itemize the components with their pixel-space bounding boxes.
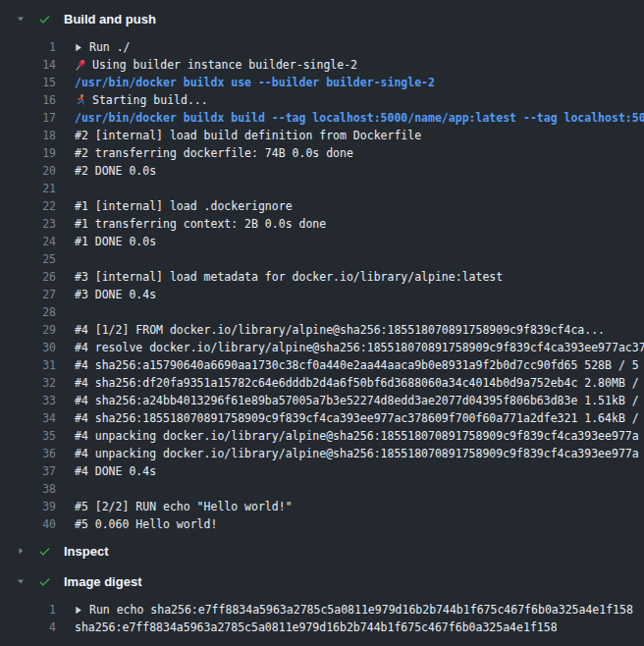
chevron-down-icon[interactable] (14, 14, 27, 24)
log-line: 30#4 resolve docker.io/library/alpine@sh… (0, 339, 644, 356)
line-text: /usr/bin/docker buildx build --tag local… (75, 111, 644, 125)
log-line: 27#3 DONE 0.4s (0, 286, 644, 303)
line-text: #2 [internal] load build definition from… (75, 129, 421, 142)
line-number[interactable]: 28 (0, 305, 56, 319)
line-text: #1 [internal] load .dockerignore (75, 199, 293, 213)
line-text: Using builder instance builder-single-2 (92, 58, 357, 72)
section-header-image-digest[interactable]: Image digest (0, 567, 644, 595)
line-text: #4 unpacking docker.io/library/alpine@sh… (75, 447, 639, 460)
section-log-lines: 1Run ./14Using builder instance builder-… (0, 32, 644, 534)
line-number[interactable]: 34 (0, 411, 56, 425)
log-line: 33#4 sha256:a24bb4013296f61e89ba57005a7b… (0, 392, 644, 409)
log-line: 4sha256:e7ff8834a5963a2785c5a0811e979d16… (0, 619, 644, 636)
line-number[interactable]: 15 (0, 76, 56, 89)
section-header-build-and-push[interactable]: Build and push (0, 5, 644, 32)
line-text: #4 resolve docker.io/library/alpine@sha2… (75, 341, 644, 354)
section-title: Image digest (64, 574, 141, 589)
line-text: #1 transferring context: 2B 0.0s done (75, 217, 326, 231)
line-number[interactable]: 18 (0, 129, 56, 142)
line-number[interactable]: 25 (0, 252, 56, 266)
line-number[interactable]: 16 (0, 93, 56, 107)
log-section-build-and-push: Build and push1Run ./14Using builder ins… (0, 5, 644, 534)
line-text: #5 0.060 Hello world! (75, 517, 217, 531)
section-title: Build and push (64, 12, 156, 27)
line-number[interactable]: 30 (0, 341, 56, 354)
line-text: #4 sha256:a15790640a6690aa1730c38cf0a440… (75, 358, 639, 372)
chevron-down-icon[interactable] (14, 576, 27, 586)
expand-triangle-icon[interactable] (75, 43, 82, 52)
line-text: #4 sha256:185518070891758909c9f839cf4ca3… (75, 411, 639, 425)
success-check-icon (38, 545, 51, 558)
log-section-image-digest: Image digest1Run echo sha256:e7ff8834a59… (0, 567, 644, 637)
log-line: 26#3 [internal] load metadata for docker… (0, 268, 644, 286)
line-number[interactable]: 14 (0, 58, 56, 72)
line-number[interactable]: 38 (0, 482, 56, 496)
line-number[interactable]: 40 (0, 517, 56, 531)
line-text: #4 sha256:df20fa9351a15782c64e6dddb2d4a6… (75, 376, 639, 390)
log-line: 22#1 [internal] load .dockerignore (0, 197, 644, 215)
line-text: Starting build... (92, 93, 208, 107)
line-number[interactable]: 1 (0, 40, 56, 54)
line-number[interactable]: 23 (0, 217, 56, 231)
runner-icon (75, 94, 86, 106)
line-number[interactable]: 4 (0, 620, 56, 634)
line-text: #2 transferring dockerfile: 74B 0.0s don… (75, 146, 353, 160)
line-number[interactable]: 22 (0, 199, 56, 213)
log-line: 38 (0, 480, 644, 498)
line-text: #2 DONE 0.0s (75, 164, 156, 178)
line-number[interactable]: 19 (0, 146, 56, 160)
success-check-icon (38, 13, 51, 26)
chevron-right-icon[interactable] (14, 546, 27, 556)
line-text: sha256:e7ff8834a5963a2785c5a0811e979d16b… (75, 620, 558, 634)
log-line: 25 (0, 250, 644, 268)
log-line: 17/usr/bin/docker buildx build --tag loc… (0, 109, 644, 127)
log-line: 29#4 [1/2] FROM docker.io/library/alpine… (0, 321, 644, 339)
log-line: 21 (0, 180, 644, 197)
log-line: 31#4 sha256:a15790640a6690aa1730c38cf0a4… (0, 356, 644, 374)
section-log-lines: 1Run echo sha256:e7ff8834a5963a2785c5a08… (0, 595, 644, 637)
line-number[interactable]: 17 (0, 111, 56, 125)
line-text: Run ./ (89, 40, 131, 54)
log-line: 36#4 unpacking docker.io/library/alpine@… (0, 445, 644, 462)
line-number[interactable]: 21 (0, 182, 56, 195)
log-line: 35#4 unpacking docker.io/library/alpine@… (0, 427, 644, 445)
line-text: #4 DONE 0.4s (75, 464, 156, 478)
log-line: 16Starting build... (0, 91, 644, 109)
line-number[interactable]: 29 (0, 323, 56, 337)
log-line: 37#4 DONE 0.4s (0, 462, 644, 480)
line-text: #4 sha256:a24bb4013296f61e89ba57005a7b3e… (75, 394, 639, 407)
line-text: #4 unpacking docker.io/library/alpine@sh… (75, 429, 639, 443)
pushpin-icon (75, 59, 86, 71)
line-number[interactable]: 1 (0, 603, 56, 617)
line-number[interactable]: 39 (0, 500, 56, 513)
log-line: 18#2 [internal] load build definition fr… (0, 127, 644, 144)
log-line: 19#2 transferring dockerfile: 74B 0.0s d… (0, 144, 644, 162)
log-line: 34#4 sha256:185518070891758909c9f839cf4c… (0, 409, 644, 427)
line-number[interactable]: 26 (0, 270, 56, 284)
expand-triangle-icon[interactable] (75, 606, 82, 615)
log-line: 1Run echo sha256:e7ff8834a5963a2785c5a08… (0, 601, 644, 619)
line-text: #3 [internal] load metadata for docker.i… (75, 270, 503, 284)
log-line: 39#5 [2/2] RUN echo "Hello world!" (0, 498, 644, 515)
line-number[interactable]: 37 (0, 464, 56, 478)
line-number[interactable]: 20 (0, 164, 56, 178)
line-number[interactable]: 33 (0, 394, 56, 407)
line-text: #4 [1/2] FROM docker.io/library/alpine@s… (75, 323, 605, 337)
line-number[interactable]: 36 (0, 447, 56, 460)
log-line: 24#1 DONE 0.0s (0, 233, 644, 250)
line-text: Run echo sha256:e7ff8834a5963a2785c5a081… (89, 603, 633, 617)
log-line: 14Using builder instance builder-single-… (0, 56, 644, 74)
line-number[interactable]: 24 (0, 235, 56, 248)
line-number[interactable]: 27 (0, 288, 56, 301)
section-header-inspect[interactable]: Inspect (0, 537, 644, 565)
log-line: 23#1 transferring context: 2B 0.0s done (0, 215, 644, 233)
success-check-icon (38, 575, 51, 588)
line-text: #1 DONE 0.0s (75, 235, 156, 248)
log-line: 40#5 0.060 Hello world! (0, 515, 644, 533)
line-number[interactable]: 32 (0, 376, 56, 390)
section-title: Inspect (64, 544, 109, 559)
line-text: /usr/bin/docker buildx use --builder bui… (75, 76, 435, 89)
line-number[interactable]: 35 (0, 429, 56, 443)
line-number[interactable]: 31 (0, 358, 56, 372)
line-text: #3 DONE 0.4s (75, 288, 156, 301)
